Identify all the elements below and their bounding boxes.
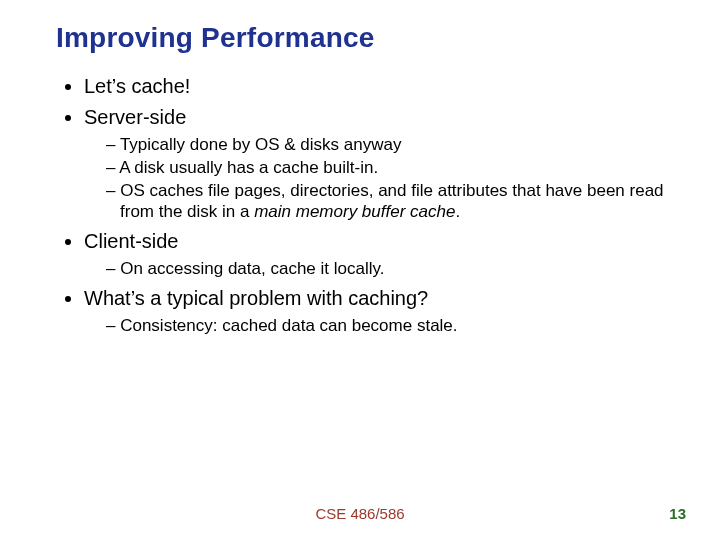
footer-page-number: 13	[669, 505, 686, 522]
bullet-client-side: Client-side On accessing data, cache it …	[84, 229, 664, 280]
sub-bullet: On accessing data, cache it locally.	[106, 258, 664, 280]
sub-bullet-list: On accessing data, cache it locally.	[84, 258, 664, 280]
bullet-text: Server-side	[84, 106, 186, 128]
slide-body: Improving Performance Let’s cache! Serve…	[0, 0, 720, 337]
bullet-list: Let’s cache! Server-side Typically done …	[56, 74, 664, 337]
bullet-server-side: Server-side Typically done by OS & disks…	[84, 105, 664, 223]
bullet-text: Client-side	[84, 230, 178, 252]
footer-course: CSE 486/586	[0, 505, 720, 522]
sub-bullet: A disk usually has a cache built-in.	[106, 157, 664, 179]
slide-title: Improving Performance	[56, 22, 664, 54]
bullet-lets-cache: Let’s cache!	[84, 74, 664, 99]
sub-bullet-italic: main memory buffer cache	[254, 202, 455, 221]
sub-bullet: Typically done by OS & disks anyway	[106, 134, 664, 156]
sub-bullet-text: Typically done by OS & disks anyway	[120, 135, 402, 154]
sub-bullet-list: Typically done by OS & disks anyway A di…	[84, 134, 664, 223]
sub-bullet-text-post: .	[455, 202, 460, 221]
sub-bullet-text: On accessing data, cache it locally.	[120, 259, 384, 278]
bullet-text: What’s a typical problem with caching?	[84, 287, 428, 309]
sub-bullet: Consistency: cached data can become stal…	[106, 315, 664, 337]
sub-bullet-text: A disk usually has a cache built-in.	[119, 158, 378, 177]
bullet-text: Let’s cache!	[84, 75, 190, 97]
sub-bullet-text: Consistency: cached data can become stal…	[120, 316, 457, 335]
sub-bullet: OS caches file pages, directories, and f…	[106, 180, 664, 224]
sub-bullet-list: Consistency: cached data can become stal…	[84, 315, 664, 337]
bullet-typical-problem: What’s a typical problem with caching? C…	[84, 286, 664, 337]
